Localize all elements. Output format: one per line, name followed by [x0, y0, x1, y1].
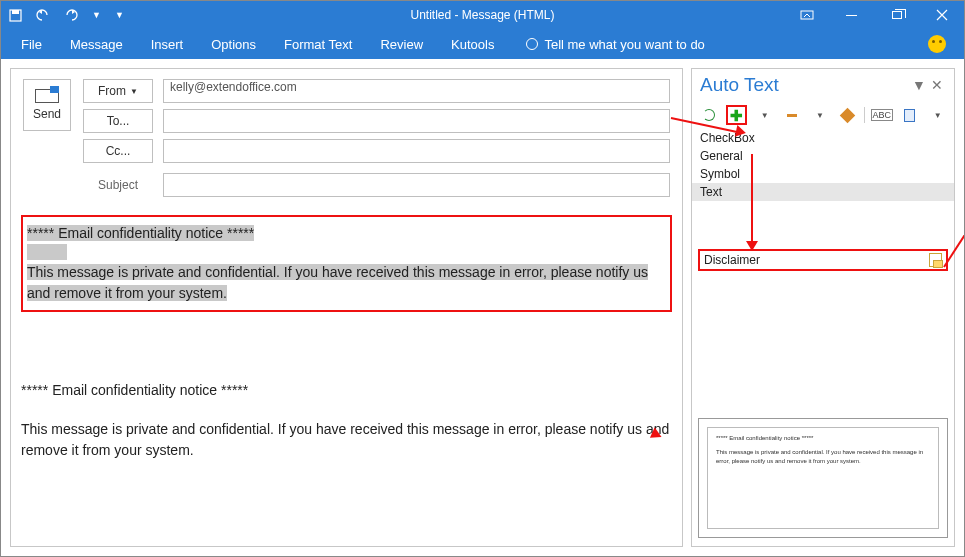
window-title: Untitled - Message (HTML) [410, 8, 554, 22]
plain-paragraph: This message is private and confidential… [21, 419, 672, 461]
preview-title: ***** Email confidentiality notice ***** [716, 434, 930, 444]
svg-rect-2 [801, 11, 813, 19]
tab-review[interactable]: Review [366, 29, 437, 59]
to-button[interactable]: To... [83, 109, 153, 133]
page-icon [904, 109, 915, 122]
from-label: From [98, 84, 126, 98]
annotation-arrow [751, 154, 753, 246]
redo-icon[interactable] [64, 9, 78, 21]
selected-text-block: ***** Email confidentiality notice *****… [21, 215, 672, 312]
send-label: Send [33, 107, 61, 121]
title-bar: ▼ ▼ Untitled - Message (HTML) [1, 1, 964, 29]
insert-entry-icon[interactable] [929, 253, 942, 267]
feedback-smile-icon[interactable] [928, 35, 946, 53]
undo-icon[interactable] [36, 9, 50, 21]
lightbulb-icon [526, 38, 538, 50]
save-icon[interactable] [9, 9, 22, 22]
pencil-icon [839, 107, 855, 123]
subject-field[interactable] [163, 173, 670, 197]
selected-title: ***** Email confidentiality notice ***** [27, 225, 254, 241]
subject-label: Subject [83, 178, 153, 192]
compose-panel: Send From ▼ kelly@extendoffice.com To... [10, 68, 683, 547]
from-field[interactable]: kelly@extendoffice.com [163, 79, 670, 103]
plus-icon: ✚ [730, 108, 743, 123]
minus-icon [787, 114, 797, 117]
refresh-icon [703, 109, 715, 121]
plain-title: ***** Email confidentiality notice ***** [21, 380, 672, 401]
tab-message[interactable]: Message [56, 29, 137, 59]
close-icon[interactable] [919, 1, 964, 29]
ribbon-options-icon[interactable] [784, 1, 829, 29]
page-button[interactable] [899, 105, 921, 125]
category-text[interactable]: Text [692, 183, 954, 201]
tab-format-text[interactable]: Format Text [270, 29, 366, 59]
chevron-down-icon: ▼ [761, 111, 769, 120]
entry-label: Disclaimer [704, 253, 760, 267]
abc-icon: ABC [871, 109, 894, 121]
autotext-entry-disclaimer[interactable]: Disclaimer [698, 249, 948, 271]
tab-insert[interactable]: Insert [137, 29, 198, 59]
restore-icon[interactable] [874, 1, 919, 29]
cc-field[interactable] [163, 139, 670, 163]
add-dropdown[interactable]: ▼ [753, 105, 775, 125]
qat-chevron-down-icon[interactable]: ▼ [92, 10, 101, 20]
autotext-pane: Auto Text ▼ ✕ ✚ ▼ ▼ ABC ▼ CheckBox Gener… [691, 68, 955, 547]
envelope-icon [35, 89, 59, 103]
tell-me-label: Tell me what you want to do [544, 37, 704, 52]
ribbon-tabs: File Message Insert Options Format Text … [1, 29, 964, 59]
tell-me-search[interactable]: Tell me what you want to do [512, 29, 718, 59]
remove-button[interactable] [781, 105, 803, 125]
tab-file[interactable]: File [7, 29, 56, 59]
category-general[interactable]: General [692, 147, 954, 165]
pane-title: Auto Text [700, 74, 910, 96]
minimize-icon[interactable] [829, 1, 874, 29]
tab-kutools[interactable]: Kutools [437, 29, 508, 59]
preview-panel: ***** Email confidentiality notice *****… [698, 418, 948, 538]
cc-button[interactable]: Cc... [83, 139, 153, 163]
edit-button[interactable] [836, 105, 858, 125]
work-area: Send From ▼ kelly@extendoffice.com To... [1, 59, 964, 556]
add-entry-button[interactable]: ✚ [726, 105, 748, 125]
arrow-head-icon [746, 241, 758, 251]
remove-dropdown[interactable]: ▼ [809, 105, 831, 125]
chevron-down-icon: ▼ [934, 111, 942, 120]
pane-options-icon[interactable]: ▼ [910, 77, 928, 93]
pane-toolbar: ✚ ▼ ▼ ABC ▼ [692, 101, 954, 129]
preview-paragraph: This message is private and confidential… [716, 448, 930, 467]
pane-close-icon[interactable]: ✕ [928, 77, 946, 93]
qat-chevron-down-icon[interactable]: ▼ [115, 10, 124, 20]
svg-rect-1 [12, 10, 19, 14]
to-field[interactable] [163, 109, 670, 133]
tab-options[interactable]: Options [197, 29, 270, 59]
abc-button[interactable]: ABC [871, 105, 893, 125]
quick-access-toolbar: ▼ ▼ [1, 9, 124, 22]
message-body[interactable]: ***** Email confidentiality notice *****… [11, 209, 682, 546]
category-list: CheckBox General Symbol Text [692, 129, 954, 201]
page-dropdown[interactable]: ▼ [926, 105, 948, 125]
send-button[interactable]: Send [23, 79, 71, 131]
category-symbol[interactable]: Symbol [692, 165, 954, 183]
chevron-down-icon: ▼ [816, 111, 824, 120]
chevron-down-icon: ▼ [130, 87, 138, 96]
from-button[interactable]: From ▼ [83, 79, 153, 103]
preview-content: ***** Email confidentiality notice *****… [707, 427, 939, 529]
plain-text-block: ***** Email confidentiality notice *****… [21, 380, 672, 461]
refresh-button[interactable] [698, 105, 720, 125]
selected-paragraph: This message is private and confidential… [27, 264, 648, 301]
